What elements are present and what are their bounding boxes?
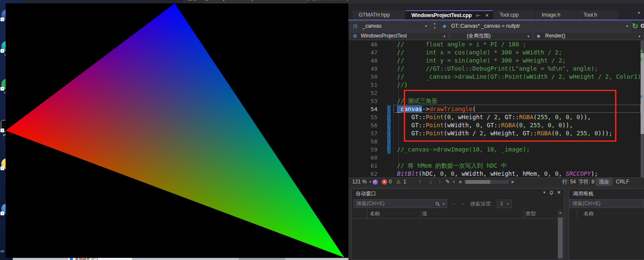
render-window[interactable] [6,3,348,258]
line-number[interactable]: 60 [357,154,377,162]
editor-vertical-scrollbar[interactable] [641,40,644,177]
code-line-49[interactable]: 49// //GT::UTool::DebugPrint(L"angle = %… [348,65,644,73]
tab-label: GTMATH.hpp [359,12,390,18]
line-number[interactable]: 48 [357,57,377,65]
desktop-icon-label: uc [0,249,5,253]
code-text: // int y = sin(angle) * 300 + wHeight / … [397,57,566,65]
line-number[interactable]: 51 [357,81,377,89]
tab-overflow-icon[interactable]: ▼ [637,11,641,15]
scope-combo[interactable]: (全局范围) ▼ [450,32,532,40]
tab-GTMATH.hpp[interactable]: GTMATH.hpp [353,10,405,20]
search-depth-combo[interactable]: 3 ▼ [497,200,512,208]
project-icon: ⊞ [353,32,357,40]
code-health-icon[interactable] [373,180,378,185]
hscroll-right-icon[interactable]: ▶ [512,178,515,186]
prev-issue-icon[interactable]: ↑ [419,178,421,186]
code-line-46[interactable]: 46// float angle = i * PI / 180 ; [348,40,644,49]
editor-status-bar: 121 % ▼ ✕ 0 ⚠ 1 ↑ ↓ | ✎ ▼ ◀ ▶ 行: 54 字符: … [348,177,644,186]
error-count[interactable]: 0 [389,178,392,186]
line-number[interactable]: 59 [357,146,377,154]
scrollbar-thumb[interactable] [558,217,563,258]
line-number[interactable]: 56 [357,121,377,129]
debug-value-bar: {§ _canvas ▼ ▲▼ ◈ GT::Canvas* _canvas = … [348,20,644,32]
forward-icon[interactable]: → [460,200,465,206]
cleanup-caret-icon[interactable]: ▼ [452,178,455,186]
code-line-59[interactable]: 59//_canvas->drawImage(10, 10, _image); [348,146,644,154]
member-combo[interactable]: ◆ Render() ▼ [534,32,644,40]
code-text: BitBlt(hDC, 0, 0, wWidth, wHeight, hMem,… [397,170,598,177]
field-icon: {§ [353,21,357,31]
warning-count[interactable]: 1 [403,178,406,186]
code-editor[interactable]: 46// float angle = i * PI / 180 ;47// in… [348,40,644,177]
project-combo[interactable]: ⊞ WindowsProjectTest ▼ [350,32,448,40]
search-caret-icon[interactable]: ▼ [442,200,445,208]
process-label: 进程: [187,0,198,3]
screen: ↗S↗UU↗G C↗pi La↗C↗u uc ⋮ 进程: [145068] Wi… [0,0,644,260]
line-number[interactable]: 53 [357,97,377,105]
lifecycle-events-button[interactable]: ▣ 生命周期事件 ▾ [306,0,344,3]
code-line-47[interactable]: 47// int x = cos(angle) * 300 + wWidth /… [348,49,644,57]
line-number[interactable]: 46 [357,40,377,49]
disk-label: 本地磁盘 (C:) [75,258,98,260]
declaration-display[interactable]: ◈ GT::Canvas* _canvas = nullptr ▼ [440,21,631,31]
line-number[interactable]: 50 [357,73,377,81]
error-icon[interactable]: ✕ [382,179,387,185]
code-line-62[interactable]: 62BitBlt(hDC, 0, 0, wWidth, wHeight, hMe… [348,170,644,177]
hscroll-thumb[interactable] [466,180,490,184]
symbol-combo[interactable]: {§ _canvas ▼ [350,21,430,31]
divider: | [439,178,440,186]
search-icon[interactable] [435,202,440,206]
code-text: // 将 hMem 的数据一次写入到 hDC 中 [397,162,507,170]
auto-window-scrollbar[interactable]: ▲ [557,210,564,260]
sync-icon[interactable]: ↻ [632,22,638,31]
code-text: // int x = cos(angle) * 300 + wWidth / 2… [397,49,562,57]
code-line-48[interactable]: 48// int y = sin(angle) * 300 + wHeight … [348,57,644,65]
code-line-61[interactable]: 61// 将 hMem 的数据一次写入到 hDC 中 [348,162,644,170]
line-number[interactable]: 54 [357,105,377,113]
call-stack-search-input[interactable]: 搜索(Ctrl+E) [569,199,644,208]
line-number[interactable]: 55 [357,113,377,121]
line-number[interactable]: 62 [357,170,377,177]
line-number[interactable]: 57 [357,129,377,137]
line-number[interactable]: 61 [357,162,377,170]
code-line-60[interactable]: 60 [348,154,644,162]
column-name: 名称 [584,210,594,217]
next-issue-icon[interactable]: ↓ [429,178,432,186]
horizontal-scrollbar[interactable] [464,180,509,184]
hscroll-left-icon[interactable]: ◀ [458,178,461,186]
auto-window-search-input[interactable]: 搜索(Ctrl+E) ▼ [354,199,447,208]
tab-WindowsProjectTest.cpp[interactable]: WindowsProjectTest.cpp✕ [405,10,493,20]
zoom-caret-icon[interactable]: ▼ [369,178,372,186]
scroll-mark-green [641,50,642,53]
process-combo[interactable]: [145068] WindowsProjectTest.e▼ [204,0,307,3]
line-number[interactable]: 49 [357,65,377,73]
warning-icon[interactable]: ⚠ [396,178,401,186]
pin-icon[interactable] [476,13,481,18]
close-icon[interactable]: ✕ [557,190,561,195]
line-number[interactable]: 52 [357,89,377,97]
line-number[interactable]: 58 [357,137,377,146]
code-line-50[interactable]: 50// _canvas->drawLine(GT::Point(wWidth … [348,73,644,81]
code-text: //} [397,81,408,89]
code-line-51[interactable]: 51//} [348,81,644,89]
code-cleanup-icon[interactable]: ✎ [446,178,450,186]
scrollbar-thumb[interactable] [641,53,644,134]
encoding-indicator: 混合 [595,178,612,186]
tab-Tool.h[interactable]: Tool.h [578,10,618,20]
value-spinner[interactable]: ▲▼ [431,21,438,31]
panel-dropdown-icon[interactable]: ▼ [543,191,546,194]
line-number[interactable]: 47 [357,49,377,57]
shortcut-arrow-icon: ↗ [0,49,4,53]
line-ending-indicator: CRLF [616,178,629,186]
pin-icon[interactable] [549,191,554,195]
scroll-up-icon[interactable]: ▲ [557,210,564,216]
close-icon[interactable]: ✕ [485,11,489,20]
code-text: //_canvas->drawImage(10, 10, _image); [397,146,530,154]
auto-window-header-row: 名称 值 类型 [352,209,564,219]
zoom-level[interactable]: 121 % [352,178,367,186]
tab-Image.h[interactable]: Image.h [536,10,577,20]
back-icon[interactable]: ← [451,200,457,206]
tab-Tool.cpp[interactable]: Tool.cpp [494,10,535,20]
tab-label: Image.h [542,12,560,18]
column-type: 类型 [526,210,536,217]
